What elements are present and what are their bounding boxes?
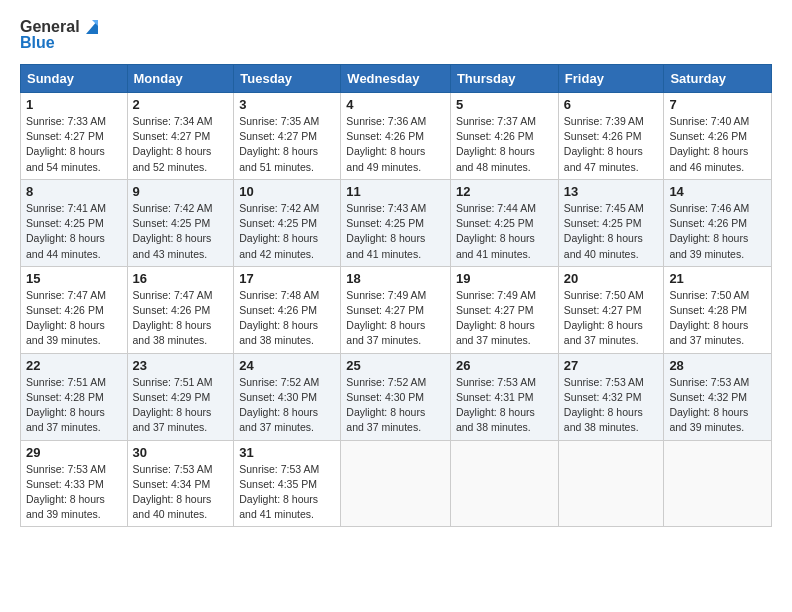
sunrise-label: Sunrise: 7:46 AM xyxy=(669,202,749,214)
sunrise-label: Sunrise: 7:53 AM xyxy=(669,376,749,388)
sunset-label: Sunset: 4:25 PM xyxy=(239,217,317,229)
daylight-label: Daylight: 8 hours xyxy=(564,319,643,331)
daylight-hours: and 46 minutes. xyxy=(669,161,744,173)
calendar-week-row: 29 Sunrise: 7:53 AM Sunset: 4:33 PM Dayl… xyxy=(21,440,772,527)
day-of-week-header: Monday xyxy=(127,65,234,93)
day-info: Sunrise: 7:51 AM Sunset: 4:28 PM Dayligh… xyxy=(26,375,122,436)
daylight-label: Daylight: 8 hours xyxy=(456,406,535,418)
day-info: Sunrise: 7:52 AM Sunset: 4:30 PM Dayligh… xyxy=(239,375,335,436)
calendar-cell: 27 Sunrise: 7:53 AM Sunset: 4:32 PM Dayl… xyxy=(558,353,664,440)
calendar-cell: 4 Sunrise: 7:36 AM Sunset: 4:26 PM Dayli… xyxy=(341,93,451,180)
sunset-label: Sunset: 4:27 PM xyxy=(456,304,534,316)
daylight-hours: and 40 minutes. xyxy=(133,508,208,520)
daylight-label: Daylight: 8 hours xyxy=(456,145,535,157)
calendar-cell xyxy=(664,440,772,527)
day-info: Sunrise: 7:52 AM Sunset: 4:30 PM Dayligh… xyxy=(346,375,445,436)
day-info: Sunrise: 7:47 AM Sunset: 4:26 PM Dayligh… xyxy=(26,288,122,349)
day-number: 29 xyxy=(26,445,122,460)
sunrise-label: Sunrise: 7:53 AM xyxy=(564,376,644,388)
day-number: 14 xyxy=(669,184,766,199)
daylight-hours: and 37 minutes. xyxy=(456,334,531,346)
daylight-hours: and 51 minutes. xyxy=(239,161,314,173)
day-number: 18 xyxy=(346,271,445,286)
sunset-label: Sunset: 4:28 PM xyxy=(669,304,747,316)
sunrise-label: Sunrise: 7:47 AM xyxy=(26,289,106,301)
day-of-week-header: Tuesday xyxy=(234,65,341,93)
daylight-hours: and 48 minutes. xyxy=(456,161,531,173)
day-info: Sunrise: 7:49 AM Sunset: 4:27 PM Dayligh… xyxy=(456,288,553,349)
logo-blue-text2: Blue xyxy=(20,34,55,52)
daylight-hours: and 37 minutes. xyxy=(346,421,421,433)
day-number: 4 xyxy=(346,97,445,112)
sunrise-label: Sunrise: 7:43 AM xyxy=(346,202,426,214)
daylight-hours: and 47 minutes. xyxy=(564,161,639,173)
day-info: Sunrise: 7:36 AM Sunset: 4:26 PM Dayligh… xyxy=(346,114,445,175)
day-number: 15 xyxy=(26,271,122,286)
daylight-hours: and 40 minutes. xyxy=(564,248,639,260)
daylight-hours: and 39 minutes. xyxy=(26,334,101,346)
daylight-label: Daylight: 8 hours xyxy=(133,145,212,157)
daylight-label: Daylight: 8 hours xyxy=(239,145,318,157)
day-number: 31 xyxy=(239,445,335,460)
sunrise-label: Sunrise: 7:35 AM xyxy=(239,115,319,127)
day-info: Sunrise: 7:44 AM Sunset: 4:25 PM Dayligh… xyxy=(456,201,553,262)
sunset-label: Sunset: 4:27 PM xyxy=(239,130,317,142)
sunrise-label: Sunrise: 7:42 AM xyxy=(133,202,213,214)
sunset-label: Sunset: 4:26 PM xyxy=(564,130,642,142)
sunset-label: Sunset: 4:26 PM xyxy=(133,304,211,316)
calendar-cell: 12 Sunrise: 7:44 AM Sunset: 4:25 PM Dayl… xyxy=(450,179,558,266)
calendar-cell: 19 Sunrise: 7:49 AM Sunset: 4:27 PM Dayl… xyxy=(450,266,558,353)
sunrise-label: Sunrise: 7:49 AM xyxy=(346,289,426,301)
sunrise-label: Sunrise: 7:34 AM xyxy=(133,115,213,127)
daylight-hours: and 38 minutes. xyxy=(456,421,531,433)
calendar-cell: 21 Sunrise: 7:50 AM Sunset: 4:28 PM Dayl… xyxy=(664,266,772,353)
daylight-label: Daylight: 8 hours xyxy=(456,232,535,244)
sunset-label: Sunset: 4:32 PM xyxy=(564,391,642,403)
day-info: Sunrise: 7:46 AM Sunset: 4:26 PM Dayligh… xyxy=(669,201,766,262)
day-number: 13 xyxy=(564,184,659,199)
sunrise-label: Sunrise: 7:39 AM xyxy=(564,115,644,127)
daylight-hours: and 54 minutes. xyxy=(26,161,101,173)
day-info: Sunrise: 7:53 AM Sunset: 4:34 PM Dayligh… xyxy=(133,462,229,523)
daylight-hours: and 39 minutes. xyxy=(669,248,744,260)
daylight-label: Daylight: 8 hours xyxy=(669,145,748,157)
day-number: 3 xyxy=(239,97,335,112)
day-number: 5 xyxy=(456,97,553,112)
daylight-hours: and 49 minutes. xyxy=(346,161,421,173)
day-number: 27 xyxy=(564,358,659,373)
daylight-label: Daylight: 8 hours xyxy=(239,406,318,418)
day-of-week-header: Thursday xyxy=(450,65,558,93)
calendar-cell: 31 Sunrise: 7:53 AM Sunset: 4:35 PM Dayl… xyxy=(234,440,341,527)
daylight-label: Daylight: 8 hours xyxy=(456,319,535,331)
daylight-hours: and 39 minutes. xyxy=(669,421,744,433)
daylight-hours: and 39 minutes. xyxy=(26,508,101,520)
daylight-hours: and 37 minutes. xyxy=(564,334,639,346)
sunset-label: Sunset: 4:26 PM xyxy=(26,304,104,316)
day-info: Sunrise: 7:33 AM Sunset: 4:27 PM Dayligh… xyxy=(26,114,122,175)
daylight-label: Daylight: 8 hours xyxy=(564,406,643,418)
calendar-cell xyxy=(450,440,558,527)
calendar-cell: 3 Sunrise: 7:35 AM Sunset: 4:27 PM Dayli… xyxy=(234,93,341,180)
sunrise-label: Sunrise: 7:33 AM xyxy=(26,115,106,127)
day-info: Sunrise: 7:50 AM Sunset: 4:27 PM Dayligh… xyxy=(564,288,659,349)
sunset-label: Sunset: 4:30 PM xyxy=(239,391,317,403)
calendar-cell: 17 Sunrise: 7:48 AM Sunset: 4:26 PM Dayl… xyxy=(234,266,341,353)
day-of-week-header: Friday xyxy=(558,65,664,93)
sunset-label: Sunset: 4:26 PM xyxy=(346,130,424,142)
day-info: Sunrise: 7:42 AM Sunset: 4:25 PM Dayligh… xyxy=(239,201,335,262)
daylight-hours: and 41 minutes. xyxy=(456,248,531,260)
daylight-label: Daylight: 8 hours xyxy=(239,319,318,331)
daylight-hours: and 44 minutes. xyxy=(26,248,101,260)
day-of-week-header: Saturday xyxy=(664,65,772,93)
daylight-label: Daylight: 8 hours xyxy=(26,319,105,331)
calendar-cell: 2 Sunrise: 7:34 AM Sunset: 4:27 PM Dayli… xyxy=(127,93,234,180)
day-number: 25 xyxy=(346,358,445,373)
calendar-cell: 18 Sunrise: 7:49 AM Sunset: 4:27 PM Dayl… xyxy=(341,266,451,353)
calendar-cell: 23 Sunrise: 7:51 AM Sunset: 4:29 PM Dayl… xyxy=(127,353,234,440)
day-of-week-header: Sunday xyxy=(21,65,128,93)
calendar-week-row: 1 Sunrise: 7:33 AM Sunset: 4:27 PM Dayli… xyxy=(21,93,772,180)
day-number: 20 xyxy=(564,271,659,286)
day-number: 28 xyxy=(669,358,766,373)
daylight-hours: and 43 minutes. xyxy=(133,248,208,260)
sunrise-label: Sunrise: 7:48 AM xyxy=(239,289,319,301)
